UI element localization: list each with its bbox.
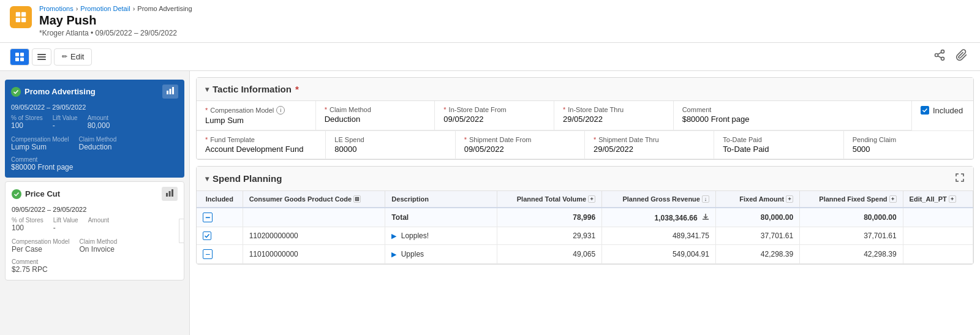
- col-product-code: Consumer Goods Product Code ⊞: [243, 191, 385, 208]
- planned-volume-sort-icon[interactable]: +: [588, 195, 595, 203]
- instore-from-value: 09/05/2022: [443, 115, 545, 124]
- total-collapse[interactable]: −: [197, 208, 243, 227]
- spend-section-header[interactable]: ▾ Spend Planning: [197, 167, 973, 191]
- total-planned-gross: 1,038,346.66: [602, 208, 716, 227]
- pc-stores-label: % of Stores: [12, 217, 43, 224]
- sidebar-card-promo-advertising[interactable]: Promo Advertising 09/05/2022 – 29/05/202…: [5, 80, 184, 178]
- pc-claim-method-value: On Invoice: [80, 245, 118, 254]
- fund-template-value: Account Development Fund: [205, 145, 317, 154]
- price-cut-stats-row: % of Stores 100 Lift Value - Amount: [6, 216, 184, 233]
- claim-method-label: Claim Method: [79, 136, 117, 143]
- page-title: May Push: [39, 13, 192, 28]
- pc-comment-field: Comment $2.75 RPC: [6, 257, 184, 275]
- view-grid-button[interactable]: [10, 48, 29, 66]
- planned-gross-sort-icon[interactable]: ↓: [702, 195, 709, 203]
- upples-expand-icon[interactable]: ▶: [391, 250, 396, 258]
- price-cut-title: Price Cut: [25, 189, 60, 198]
- tactic-row-2: * Fund Template Account Development Fund…: [197, 131, 973, 159]
- sidebar-card-header: Promo Advertising: [5, 80, 184, 104]
- pc-lift-value: -: [53, 224, 78, 232]
- breadcrumb-current: Promo Advertising: [137, 5, 192, 12]
- total-minus-icon[interactable]: −: [203, 213, 213, 222]
- col-description: Description: [385, 191, 497, 208]
- table-row: − 110100000000 ▶ Upples 49,065 549,004.9…: [197, 245, 973, 264]
- comp-model-info-icon[interactable]: i: [276, 106, 285, 115]
- header-text: Promotions › Promotion Detail › Promo Ad…: [39, 5, 192, 37]
- to-date-paid-value: To-Date Paid: [723, 145, 834, 154]
- breadcrumb-promotions[interactable]: Promotions: [39, 5, 74, 12]
- pending-claim-value: 5000: [853, 145, 965, 154]
- comment-value: $80000 Front page: [11, 163, 178, 171]
- upples-planned-volume: 49,065: [497, 245, 602, 264]
- breadcrumb: Promotions › Promotion Detail › Promo Ad…: [39, 5, 192, 12]
- share-button[interactable]: [931, 47, 948, 67]
- spend-planning-section: ▾ Spend Planning Included: [196, 166, 974, 265]
- lopples-edit-all: [903, 227, 973, 245]
- comment-field-label: Comment: [682, 106, 903, 113]
- sidebar-card-price-cut[interactable]: Price Cut 09/05/2022 – 29/05/2022 % of S…: [5, 181, 184, 280]
- comp-model-field-value: Lump Sum: [205, 116, 307, 125]
- included-cell: Included: [912, 101, 973, 130]
- download-icon[interactable]: [702, 214, 709, 222]
- lopples-checkbox[interactable]: [203, 231, 211, 240]
- svg-rect-19: [166, 193, 168, 197]
- instore-thru-value: 29/05/2022: [563, 115, 665, 124]
- total-edit-all: [903, 208, 973, 227]
- amount-label: Amount: [88, 115, 110, 121]
- stores-label: % of Stores: [11, 115, 43, 121]
- fixed-amount-sort-icon[interactable]: +: [786, 195, 793, 203]
- stores-value: 100: [11, 121, 43, 130]
- pc-comment-label: Comment: [12, 258, 178, 265]
- spend-table-wrapper: Included Consumer Goods Product Code ⊞ D…: [197, 191, 973, 264]
- instore-from-label: * In-Store Date From: [443, 106, 545, 113]
- fund-template-label: * Fund Template: [205, 136, 317, 143]
- lopples-included[interactable]: [197, 227, 243, 245]
- svg-rect-1: [21, 12, 26, 17]
- promo-advertising-chart-button[interactable]: [162, 85, 178, 99]
- svg-rect-6: [15, 58, 19, 61]
- sidebar: Promo Advertising 09/05/2022 – 29/05/202…: [0, 71, 190, 335]
- amount-value: 80,000: [88, 121, 110, 130]
- spend-toggle-icon[interactable]: ▾: [205, 175, 209, 183]
- pc-comp-row: Compensation Model Per Case Claim Method…: [6, 237, 184, 255]
- svg-line-14: [938, 56, 941, 58]
- pc-comp-model-value: Per Case: [12, 245, 70, 254]
- ship-thru-value: 29/05/2022: [594, 145, 705, 154]
- col-fixed-amount: Fixed Amount +: [715, 191, 799, 208]
- breadcrumb-promotion-detail[interactable]: Promotion Detail: [80, 5, 130, 12]
- svg-point-13: [941, 57, 944, 60]
- tactic-section-header[interactable]: ▾ Tactic Information *: [197, 78, 973, 101]
- total-label: Total: [385, 208, 497, 227]
- claim-method-field-value: Deduction: [325, 115, 426, 124]
- instore-from-cell: * In-Store Date From 09/05/2022: [435, 101, 554, 130]
- upples-minus-icon[interactable]: −: [203, 249, 213, 259]
- lopples-planned-fixed: 37,701.61: [800, 227, 903, 245]
- tactic-toggle-icon[interactable]: ▾: [205, 85, 209, 94]
- tactic-section-title: Tactic Information: [213, 84, 292, 94]
- lopples-planned-volume: 29,931: [497, 227, 602, 245]
- comment-field-value: $80000 Front page: [682, 115, 903, 124]
- attachment-button[interactable]: [953, 47, 970, 67]
- pc-stores-value: 100: [12, 224, 43, 232]
- price-cut-chart-button[interactable]: [162, 187, 178, 201]
- check-circle-icon: [11, 87, 21, 97]
- price-cut-check-icon: [12, 189, 21, 199]
- col-edit-all: Edit_All_PT +: [903, 191, 973, 208]
- sidebar-comp-row: Compensation Model Lump Sum Claim Method…: [5, 135, 184, 152]
- included-checkbox[interactable]: [921, 106, 929, 115]
- view-list-button[interactable]: [32, 48, 51, 66]
- lopples-expand-icon[interactable]: ▶: [391, 232, 396, 239]
- comp-model-cell: * Compensation Model i Lump Sum: [197, 101, 316, 130]
- product-code-sort-icon[interactable]: ⊞: [353, 195, 361, 203]
- spend-expand-icon[interactable]: [955, 173, 965, 184]
- col-included: Included: [197, 191, 243, 208]
- svg-point-12: [935, 54, 938, 57]
- planned-fixed-sort-icon[interactable]: +: [889, 195, 897, 203]
- to-date-paid-cell: To-Date Paid To-Date Paid: [714, 131, 843, 159]
- edit-all-sort-icon[interactable]: +: [949, 195, 956, 203]
- le-spend-cell: LE Spend 80000: [326, 131, 455, 159]
- edit-button[interactable]: ✏ Edit: [54, 48, 92, 66]
- comment-cell: Comment $80000 Front page: [674, 101, 912, 130]
- upples-included[interactable]: −: [197, 245, 243, 264]
- sidebar-collapse-button[interactable]: ›: [179, 219, 184, 243]
